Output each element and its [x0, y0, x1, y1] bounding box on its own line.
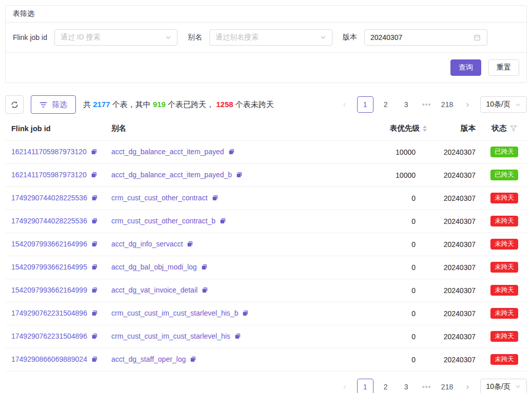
copy-icon[interactable] — [201, 264, 208, 272]
copy-icon[interactable] — [91, 287, 98, 295]
cell-job-id: 1621411705987973120 — [5, 163, 105, 187]
job-id-link[interactable]: 1749290762231504896 — [11, 309, 87, 317]
job-id-link[interactable]: 1542097993662164996 — [11, 240, 87, 248]
cell-version: 20240307 — [433, 187, 482, 210]
alias-link[interactable]: acct_dg_staff_oper_log — [111, 355, 186, 363]
copy-icon[interactable] — [91, 264, 98, 272]
pagination-page-218[interactable]: 218 — [439, 96, 456, 113]
reset-button[interactable]: 重置 — [488, 59, 519, 76]
cell-job-id: 1749290866069889024 — [5, 348, 105, 371]
cell-job-id: 1749290762231504896 — [5, 302, 105, 325]
cell-version: 20240307 — [433, 140, 482, 163]
copy-icon[interactable] — [91, 310, 98, 318]
copy-icon[interactable] — [235, 172, 243, 180]
cell-alias: crm_cust_cust_im_cust_starlevel_his — [105, 325, 351, 348]
pagination-page-3[interactable]: 3 — [398, 96, 415, 113]
cell-version: 20240307 — [433, 279, 482, 302]
cell-priority: 10000 — [351, 163, 433, 187]
cell-alias: acct_dg_staff_oper_log — [105, 348, 351, 371]
page-size-select[interactable]: 10条/页 — [480, 379, 527, 393]
job-id-link[interactable]: 1749290762231504896 — [11, 332, 87, 340]
col-header-priority-label: 表优先级 — [390, 123, 420, 133]
job-id-select[interactable]: 通过 ID 搜索 — [54, 29, 178, 46]
toolbar: 筛选 共 2177 个表，其中 919 个表已跨天， 1258 个表未跨天 ‹1… — [5, 95, 527, 114]
alias-link[interactable]: crm_cust_cust_other_contract — [111, 194, 208, 202]
pagination-page-2[interactable]: 2 — [378, 379, 394, 393]
cell-version: 20240307 — [433, 210, 482, 233]
copy-icon[interactable] — [211, 195, 219, 203]
job-id-link[interactable]: 1749290744028225536 — [11, 217, 87, 225]
copy-icon[interactable] — [228, 149, 235, 157]
job-id-link[interactable]: 1749290744028225536 — [11, 194, 87, 202]
copy-icon[interactable] — [219, 218, 226, 226]
refresh-button[interactable] — [5, 95, 24, 114]
copy-icon[interactable] — [91, 356, 98, 364]
cell-alias: acct_dg_balance_acct_item_payed — [105, 140, 351, 163]
pagination-prev-button[interactable]: ‹ — [337, 96, 353, 113]
col-header-job-id: Flink job id — [5, 117, 105, 140]
copy-icon[interactable] — [186, 241, 193, 249]
copy-icon[interactable] — [91, 241, 98, 249]
copy-icon[interactable] — [91, 333, 98, 341]
summary-segment: 个表，其中 — [110, 100, 153, 109]
job-id-link[interactable]: 1621411705987973120 — [11, 148, 87, 156]
pagination-page-218[interactable]: 218 — [439, 379, 456, 393]
copy-icon[interactable] — [91, 195, 98, 203]
pagination-page-1[interactable]: 1 — [357, 96, 373, 113]
page-size-value: 10条/页 — [486, 382, 510, 391]
status-badge: 未跨天 — [490, 331, 518, 342]
job-id-link[interactable]: 1749290866069889024 — [11, 355, 87, 363]
alias-link[interactable]: acct_dg_balance_acct_item_payed — [111, 148, 224, 156]
pagination-next-button[interactable]: › — [460, 96, 476, 113]
copy-icon[interactable] — [201, 287, 208, 295]
query-button[interactable]: 查询 — [450, 59, 481, 76]
pagination-prev-button[interactable]: ‹ — [337, 379, 353, 393]
copy-icon[interactable] — [90, 149, 97, 157]
alias-link[interactable]: acct_dg_info_servacct — [111, 240, 183, 248]
alias-link[interactable]: acct_dg_balance_acct_item_payed_b — [111, 171, 232, 179]
filter-toggle-button[interactable]: 筛选 — [31, 95, 76, 114]
cell-priority: 0 — [351, 302, 433, 325]
pagination-ellipsis: ••• — [419, 96, 435, 113]
pagination-page-3[interactable]: 3 — [398, 379, 415, 393]
alias-link[interactable]: acct_dg_vat_invoice_detail — [111, 286, 198, 294]
pagination-page-2[interactable]: 2 — [378, 96, 394, 113]
col-header-priority[interactable]: 表优先级 — [351, 117, 433, 140]
status-badge: 未跨天 — [490, 285, 518, 296]
funnel-icon[interactable] — [510, 125, 517, 132]
table-header-row: Flink job id 别名 表优先级 版本 状态 — [5, 117, 527, 140]
sort-carets-icon[interactable] — [423, 126, 427, 132]
alias-link[interactable]: acct_dg_bal_obj_modi_log — [111, 263, 197, 271]
cell-job-id: 1749290744028225536 — [5, 210, 105, 233]
pagination-page-1[interactable]: 1 — [357, 379, 373, 393]
table-row: 1749290744028225536 crm_cust_cust_other_… — [5, 210, 527, 233]
bottom-pagination-wrap: ‹123•••218›10条/页 — [5, 379, 527, 393]
table-row: 1749290744028225536 crm_cust_cust_other_… — [5, 187, 527, 210]
copy-icon[interactable] — [91, 218, 98, 226]
job-id-link[interactable]: 1621411705987973120 — [11, 171, 87, 179]
copy-icon[interactable] — [90, 172, 97, 180]
alias-link[interactable]: crm_cust_cust_im_cust_starlevel_his — [111, 332, 230, 340]
summary-text: 共 2177 个表，其中 919 个表已跨天， 1258 个表未跨天 — [83, 100, 274, 110]
filter-card-title: 表筛选 — [6, 6, 526, 23]
cell-priority: 10000 — [351, 140, 433, 163]
cell-priority: 0 — [351, 325, 433, 348]
version-date-input[interactable]: 20240307 — [364, 29, 487, 46]
col-header-alias: 别名 — [105, 117, 351, 140]
job-id-link[interactable]: 1542097993662164995 — [11, 263, 87, 271]
job-id-link[interactable]: 1542097993662164999 — [11, 286, 87, 294]
page: 表筛选 Flink job id 通过 ID 搜索 别名 通过别名搜索 版本 2… — [0, 0, 532, 393]
copy-icon[interactable] — [189, 356, 196, 364]
copy-icon[interactable] — [242, 310, 249, 318]
copy-icon[interactable] — [234, 333, 241, 341]
cell-version: 20240307 — [433, 325, 482, 348]
alias-select[interactable]: 通过别名搜索 — [209, 29, 332, 46]
crossed-count: 919 — [153, 100, 166, 109]
pagination-next-button[interactable]: › — [460, 379, 476, 393]
alias-link[interactable]: crm_cust_cust_other_contract_b — [111, 217, 215, 225]
alias-link[interactable]: crm_cust_cust_im_cust_starlevel_his_b — [111, 309, 238, 317]
cell-job-id: 1542097993662164999 — [5, 279, 105, 302]
filter-lines-icon — [40, 101, 47, 109]
table-row: 1621411705987973120 acct_dg_balance_acct… — [5, 163, 527, 187]
page-size-select[interactable]: 10条/页 — [480, 96, 527, 113]
